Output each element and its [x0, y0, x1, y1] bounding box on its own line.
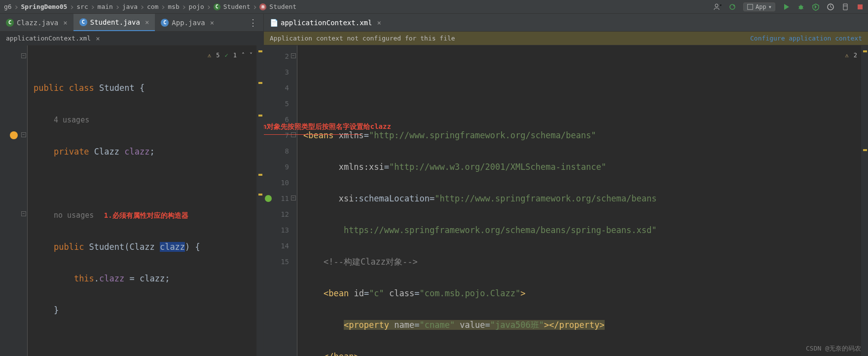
close-icon[interactable]: ×: [96, 35, 100, 42]
dropdown-icon: ▾: [768, 3, 772, 10]
close-icon[interactable]: ×: [210, 19, 214, 27]
breadcrumb: g6› SpringDemo05› src› main› java› com› …: [4, 2, 714, 11]
ok-count: 1: [233, 47, 237, 63]
method-icon: m: [259, 3, 266, 10]
tab-label: applicationContext.xml: [281, 19, 372, 27]
bc-item[interactable]: g6: [4, 3, 12, 10]
bc-item[interactable]: Student: [223, 3, 251, 10]
bc-item[interactable]: java: [122, 3, 138, 10]
right-editor-pane: 📄 applicationContext.xml × Application c…: [264, 14, 868, 356]
bc-item[interactable]: pojo: [189, 3, 204, 10]
bc-item[interactable]: src: [76, 3, 88, 10]
close-icon[interactable]: ×: [377, 19, 381, 27]
bc-item[interactable]: SpringDemo05: [21, 3, 68, 10]
bc-sep: ›: [140, 2, 145, 11]
svg-rect-5: [858, 4, 863, 9]
annotation-text: 1.必须有属性对应的构造器: [104, 211, 188, 219]
context-banner: Application context not configured for t…: [264, 32, 868, 45]
svg-rect-2: [748, 4, 753, 9]
ok-icon: ✓: [225, 47, 228, 63]
inspection-widget[interactable]: ⚠5 ✓1 ˄ ˅: [208, 47, 253, 63]
run-config-name: App: [756, 3, 766, 10]
annotation-text: 将bean对象先按照类型后按照名字设置给clazz: [264, 119, 391, 134]
xml-icon: 📄: [270, 19, 278, 27]
configure-context-link[interactable]: Configure application context: [750, 35, 862, 42]
run-config-selector[interactable]: App ▾: [743, 2, 775, 11]
bc-item[interactable]: msb: [168, 3, 179, 10]
svg-text:▾: ▾: [720, 3, 722, 7]
bc-sep: ›: [206, 2, 212, 11]
class-icon: C: [214, 3, 220, 10]
tab-clazz[interactable]: C Clazz.java ×: [0, 14, 73, 31]
bc-item[interactable]: com: [147, 3, 158, 10]
right-tabs: 📄 applicationContext.xml ×: [264, 14, 868, 32]
warning-icon: ⚠: [845, 47, 849, 63]
tab-student[interactable]: C Student.java ×: [73, 14, 155, 31]
left-tabs: C Clazz.java × C Student.java × C App.ja…: [0, 14, 263, 32]
tab-app[interactable]: C App.java ×: [155, 14, 220, 31]
user-add-icon[interactable]: ▾: [714, 3, 722, 11]
top-toolbar: g6› SpringDemo05› src› main› java› com› …: [0, 0, 868, 14]
fold-icon[interactable]: −: [21, 211, 26, 216]
run-icon[interactable]: [782, 3, 790, 11]
watermark: CSDN @无奈的码农: [806, 344, 861, 353]
java-class-icon: C: [161, 19, 169, 27]
bc-sep: ›: [90, 2, 96, 11]
fold-icon[interactable]: −: [291, 196, 296, 200]
close-icon[interactable]: ×: [145, 18, 149, 26]
subtab-appcontext[interactable]: applicationContext.xml ×: [0, 35, 106, 42]
stop-icon[interactable]: [856, 3, 864, 11]
tab-label: App.java: [172, 19, 205, 27]
intention-bulb-icon[interactable]: [10, 131, 18, 139]
fold-icon[interactable]: −: [21, 53, 26, 58]
bc-sep: ›: [181, 2, 187, 11]
left-code[interactable]: ⚠5 ✓1 ˄ ˅ public class Student { 4 usage…: [28, 45, 256, 356]
fold-icon[interactable]: −: [291, 53, 296, 58]
more-tabs-icon[interactable]: ⋮: [243, 17, 263, 28]
sync-icon[interactable]: [728, 3, 736, 11]
right-code[interactable]: ⚠2 将bean对象先按照类型后按照名字设置给clazz <beans xmln…: [297, 45, 861, 356]
debug-icon[interactable]: [797, 3, 805, 11]
arrow-line: [264, 134, 362, 135]
bc-sep: ›: [160, 2, 166, 11]
svg-point-0: [715, 4, 718, 7]
coverage-icon[interactable]: [812, 3, 820, 11]
right-editor[interactable]: 2− 3 4 5 6 7− 8 9 10 11− 12 13 14 15 ⚠2 …: [264, 45, 868, 356]
attach-icon[interactable]: [841, 3, 849, 11]
close-icon[interactable]: ×: [63, 19, 67, 27]
bc-sep: ›: [14, 2, 19, 11]
subtab-label: applicationContext.xml: [6, 35, 91, 42]
nav-up-icon[interactable]: ˄: [242, 47, 245, 63]
svg-point-3: [799, 5, 803, 9]
usage-hint[interactable]: 4 usages: [54, 116, 89, 124]
warning-icon: ⚠: [208, 47, 211, 63]
left-editor-pane: C Clazz.java × C Student.java × C App.ja…: [0, 14, 264, 356]
bc-sep: ›: [69, 2, 74, 11]
bc-sep: ›: [115, 2, 120, 11]
bc-sep: ›: [253, 2, 258, 11]
tab-label: Clazz.java: [17, 19, 58, 27]
tab-label: Student.java: [90, 18, 140, 26]
warn-count: 5: [216, 47, 219, 63]
left-editor[interactable]: − − − ⚠5 ✓1 ˄: [0, 45, 263, 356]
usage-hint[interactable]: no usages: [54, 211, 94, 220]
tab-appcontext-xml[interactable]: 📄 applicationContext.xml ×: [264, 14, 387, 31]
warn-count: 2: [854, 47, 857, 63]
bc-item[interactable]: Student: [269, 3, 296, 10]
java-class-icon: C: [79, 18, 87, 26]
right-gutter: 2− 3 4 5 6 7− 8 9 10 11− 12 13 14 15: [264, 45, 297, 356]
bc-item[interactable]: main: [98, 3, 113, 10]
java-class-icon: C: [6, 19, 14, 27]
right-marker-bar[interactable]: [861, 45, 868, 356]
fold-icon[interactable]: −: [21, 132, 26, 137]
left-marker-bar[interactable]: [256, 45, 263, 356]
left-gutter: − − −: [0, 45, 28, 356]
spring-icon[interactable]: [265, 195, 272, 202]
left-subtabs: applicationContext.xml ×: [0, 32, 263, 45]
banner-text: Application context not configured for t…: [270, 35, 455, 42]
nav-down-icon[interactable]: ˅: [250, 47, 253, 63]
profile-icon[interactable]: [827, 3, 834, 11]
inspection-widget[interactable]: ⚠2: [845, 47, 857, 63]
toolbar-right: ▾ App ▾: [714, 2, 864, 11]
box-icon: [747, 3, 754, 10]
